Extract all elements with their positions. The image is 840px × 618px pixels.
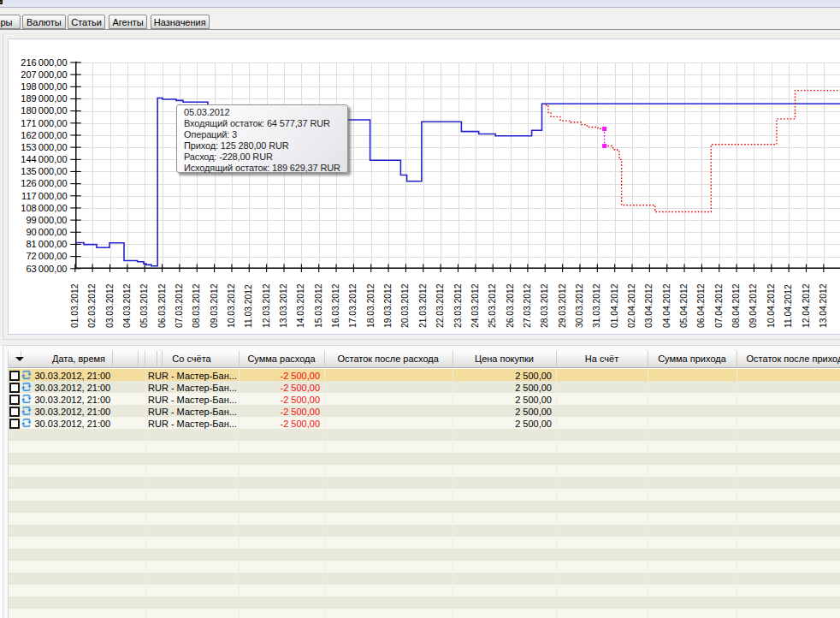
- svg-text:27.03.2012: 27.03.2012: [523, 283, 532, 328]
- svg-text:23.03.2012: 23.03.2012: [453, 283, 463, 328]
- svg-text:31.03.2012: 31.03.2012: [592, 283, 601, 328]
- svg-text:10.04.2012: 10.04.2012: [766, 283, 776, 328]
- svg-text:81 000,00: 81 000,00: [26, 239, 67, 249]
- svg-text:06.03.2012: 06.03.2012: [157, 283, 167, 328]
- svg-text:03.03.2012: 03.03.2012: [105, 283, 115, 328]
- svg-text:08.03.2012: 08.03.2012: [192, 283, 201, 328]
- svg-text:180 000,00: 180 000,00: [21, 105, 67, 116]
- svg-text:13.04.2012: 13.04.2012: [819, 283, 828, 328]
- svg-text:25.03.2012: 25.03.2012: [488, 283, 497, 328]
- svg-text:01.04.2012: 01.04.2012: [610, 283, 619, 328]
- svg-text:03.04.2012: 03.04.2012: [644, 283, 654, 328]
- svg-text:153 000,00: 153 000,00: [21, 142, 67, 152]
- svg-text:01.03.2012: 01.03.2012: [70, 283, 80, 328]
- svg-text:04.04.2012: 04.04.2012: [662, 283, 671, 328]
- svg-text:135 000,00: 135 000,00: [21, 166, 67, 176]
- svg-text:06.04.2012: 06.04.2012: [696, 283, 706, 328]
- svg-text:24.03.2012: 24.03.2012: [470, 283, 480, 328]
- svg-text:198 000,00: 198 000,00: [21, 81, 67, 92]
- svg-text:90 000,00: 90 000,00: [26, 227, 67, 237]
- svg-text:05.03.2012: 05.03.2012: [139, 283, 149, 328]
- svg-text:126 000,00: 126 000,00: [21, 178, 67, 188]
- svg-text:26.03.2012: 26.03.2012: [506, 283, 515, 328]
- svg-text:14.03.2012: 14.03.2012: [296, 283, 305, 328]
- svg-text:18.03.2012: 18.03.2012: [366, 283, 376, 328]
- svg-text:11.04.2012: 11.04.2012: [784, 284, 793, 328]
- svg-text:15.03.2012: 15.03.2012: [314, 283, 323, 328]
- svg-text:22.03.2012: 22.03.2012: [435, 283, 445, 328]
- svg-text:216 000,00: 216 000,00: [21, 57, 67, 68]
- svg-text:99 000,00: 99 000,00: [26, 215, 67, 225]
- svg-text:09.03.2012: 09.03.2012: [210, 283, 219, 328]
- svg-text:63 000,00: 63 000,00: [26, 264, 67, 274]
- svg-text:144 000,00: 144 000,00: [21, 154, 67, 164]
- svg-text:19.03.2012: 19.03.2012: [383, 283, 393, 328]
- svg-text:17.03.2012: 17.03.2012: [348, 283, 358, 328]
- svg-text:20.03.2012: 20.03.2012: [400, 283, 410, 328]
- svg-text:08.04.2012: 08.04.2012: [731, 283, 741, 328]
- svg-text:09.04.2012: 09.04.2012: [748, 283, 758, 328]
- svg-text:13.03.2012: 13.03.2012: [279, 283, 288, 328]
- svg-text:16.03.2012: 16.03.2012: [331, 283, 340, 328]
- svg-text:04.03.2012: 04.03.2012: [122, 283, 132, 328]
- svg-text:171 000,00: 171 000,00: [21, 118, 67, 128]
- svg-text:108 000,00: 108 000,00: [21, 203, 67, 213]
- svg-text:10.03.2012: 10.03.2012: [227, 283, 236, 328]
- svg-text:02.03.2012: 02.03.2012: [87, 283, 97, 328]
- svg-text:29.03.2012: 29.03.2012: [558, 283, 567, 328]
- svg-text:72 000,00: 72 000,00: [26, 251, 67, 261]
- svg-text:07.04.2012: 07.04.2012: [714, 283, 724, 328]
- svg-text:12.04.2012: 12.04.2012: [802, 283, 811, 328]
- svg-text:117 000,00: 117 000,00: [21, 191, 67, 201]
- svg-text:11.03.2012: 11.03.2012: [244, 284, 253, 328]
- svg-text:21.03.2012: 21.03.2012: [418, 283, 428, 328]
- svg-text:02.04.2012: 02.04.2012: [627, 283, 636, 328]
- svg-text:12.03.2012: 12.03.2012: [262, 283, 271, 328]
- svg-text:189 000,00: 189 000,00: [21, 93, 67, 104]
- svg-text:30.03.2012: 30.03.2012: [575, 283, 584, 328]
- svg-text:05.04.2012: 05.04.2012: [679, 283, 689, 328]
- svg-text:207 000,00: 207 000,00: [21, 69, 67, 80]
- svg-text:162 000,00: 162 000,00: [21, 130, 67, 140]
- svg-text:28.03.2012: 28.03.2012: [540, 283, 549, 328]
- svg-text:07.03.2012: 07.03.2012: [175, 283, 184, 328]
